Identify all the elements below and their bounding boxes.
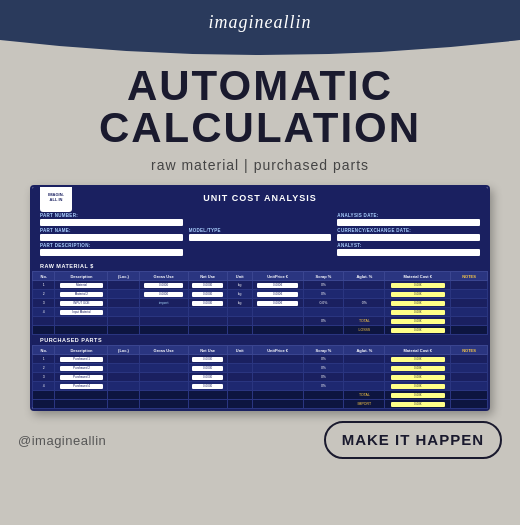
pp-col-desc: Description [55,346,108,355]
pp-row: 2 Purchased 2 0.0000 0% 0.00€ [33,364,488,373]
model-type-field [189,234,332,241]
table-row: 3 INPUT GDE import 0.0000 kg 0.000€ 0.0%… [33,299,488,308]
part-name-field [40,234,183,241]
col-matcost: Material Cost € [385,272,451,281]
subtitle: raw material | purchased parts [151,157,369,173]
purchased-parts-header: PURCHASED PARTS [32,335,488,345]
analyst-label: ANALYST: [337,243,480,248]
cta-button[interactable]: MAKE IT HAPPEN [324,421,502,459]
bottom-area: @imagineallin MAKE IT HAPPEN [0,411,520,459]
purchased-parts-table: No. Description (Loc.) Gross Use Net Use… [32,345,488,409]
part-name-label: PART NAME: [40,228,183,233]
pp-col-notes: NOTES [451,346,488,355]
pp-row: 3 Purchased 3 0.0000 0% 0.00€ [33,373,488,382]
pp-col-net: Net Use [188,346,227,355]
pp-col-scrap: Scrap % [303,346,344,355]
spreadsheet: IMAGIN-ALL IN UNIT COST ANALYSIS PART NU… [30,185,490,411]
pp-header-row: No. Description (Loc.) Gross Use Net Use… [33,346,488,355]
analyst-row: ANALYST: [337,243,480,256]
raw-materials-header: RAW MATERIAL $ [32,261,488,271]
main-title: AUTOMATIC CALCULATION [99,65,421,149]
col-net: Net Use [188,272,227,281]
pp-col-no: No. [33,346,55,355]
part-number-label: PART NUMBER: [40,213,183,218]
pp-col-aglut: Aglut. % [344,346,385,355]
part-name-row: PART NAME: [40,228,183,241]
currency-row: CURRENCY/EXCHANGE DATE: [337,228,480,241]
raw-materials-table: No. Description (Loc.) Gross Use Net Use… [32,271,488,335]
empty-2 [189,243,332,256]
model-type-label: MODEL/TYPE [189,228,332,233]
model-type-row: MODEL/TYPE [189,228,332,241]
table-header-row: No. Description (Loc.) Gross Use Net Use… [33,272,488,281]
table-row: 4 Input Material 0.00€ [33,308,488,317]
col-gross: Gross Use [139,272,188,281]
table-row: 0% TOTAL 0.00€ [33,317,488,326]
analyst-field [337,249,480,256]
part-number-row: PART NUMBER: [40,213,183,226]
pp-row: 4 Purchased 4 0.0000 0% 0.00€ [33,382,488,391]
pp-row: 1 Purchased 1 0.0000 0% 0.00€ [33,355,488,364]
instagram-handle: @imagineallin [18,433,106,448]
table-row: LOSSS 0.00€ [33,326,488,335]
col-loc: (Loc.) [108,272,139,281]
col-price: UnitPrice € [252,272,303,281]
sheet-header: IMAGIN-ALL IN UNIT COST ANALYSIS [32,187,488,209]
brand-name: imagineallin [209,12,312,33]
part-number-field [40,219,183,226]
part-desc-row: PART DESCRIPTION: [40,243,183,256]
pp-import-row: IMPORT 0.00€ [33,400,488,409]
pp-col-unit: Unit [227,346,252,355]
empty-middle [189,213,332,226]
col-no: No. [33,272,55,281]
pp-col-price: UnitPrice € [252,346,303,355]
sheet-logo: IMAGIN-ALL IN [40,185,72,212]
table-row: 1 Material 0.0000 0.0000 kg 0.000€ 0% 0.… [33,281,488,290]
col-notes: NOTES [451,272,488,281]
part-desc-field [40,249,183,256]
col-unit: Unit [227,272,252,281]
currency-label: CURRENCY/EXCHANGE DATE: [337,228,480,233]
col-desc: Description [55,272,108,281]
part-desc-label: PART DESCRIPTION: [40,243,183,248]
page-wrapper: imagineallin AUTOMATIC CALCULATION raw m… [0,0,520,525]
pp-total-row: TOTAL 0.00€ [33,391,488,400]
currency-field [337,234,480,241]
pp-col-loc: (Loc.) [108,346,139,355]
table-row: 2 Material 2 0.0000 0.0000 kg 0.000€ 0% … [33,290,488,299]
analysis-date-label: ANALYSIS DATE: [337,213,480,218]
analysis-date-field [337,219,480,226]
col-aglut: Aglut. % [344,272,385,281]
analysis-date-row: ANALYSIS DATE: [337,213,480,226]
pp-col-matcost: Material Cost € [385,346,451,355]
col-scrap: Scrap % [303,272,344,281]
sheet-title: UNIT COST ANALYSIS [203,193,316,203]
pp-col-gross: Gross Use [139,346,188,355]
form-area: PART NUMBER: ANALYSIS DATE: PART NAME: M… [32,209,488,261]
